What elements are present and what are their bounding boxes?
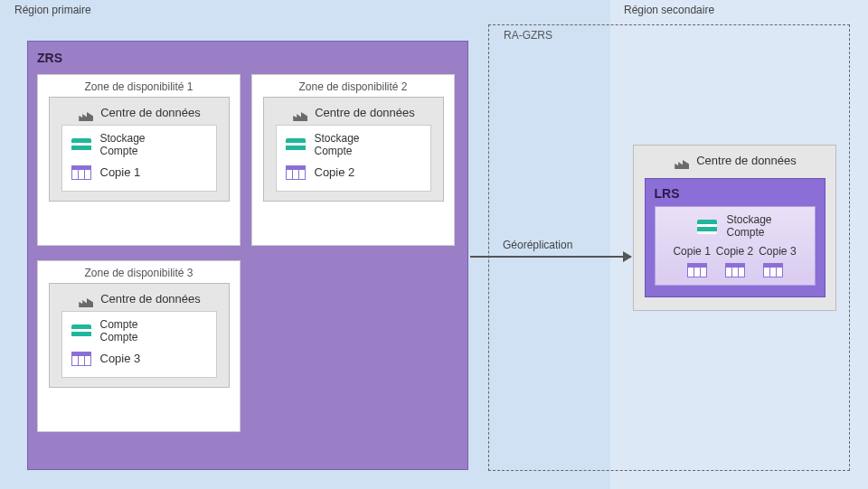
storage-account-icon [71, 138, 91, 153]
lrs-inner: Stockage Compte Copie 1 Copie 2 Copie 3 [655, 206, 816, 286]
secondary-dc-label: Centre de données [696, 154, 797, 167]
az2-datacenter: Centre de données Stockage Compte Copie … [263, 97, 444, 202]
copy-icon [71, 352, 91, 366]
az3-datacenter: Centre de données Compte Compte Copie 3 [49, 283, 230, 388]
az1-account-text: Stockage Compte [100, 133, 146, 158]
secondary-copies-labels: Copie 1 Copie 2 Copie 3 [673, 245, 796, 258]
az3-copy: Copie 3 [100, 352, 141, 365]
az2-dc-header: Centre de données [291, 103, 415, 121]
az2-storage: Stockage Compte Copie 2 [276, 125, 431, 192]
secondary-copy-2: Copie 2 [716, 245, 753, 258]
az2-account-text: Stockage Compte [315, 133, 360, 158]
lrs-container: LRS Stockage Compte Copie 1 Copie 2 Copi… [645, 178, 826, 297]
georeplication-arrow [470, 256, 631, 258]
availability-zone-1: Zone de disponibilité 1 Centre de donnée… [37, 74, 241, 246]
secondary-copy-3: Copie 3 [759, 245, 796, 258]
secondary-copy-1: Copie 1 [673, 245, 710, 258]
georeplication-label: Géoréplication [503, 239, 572, 251]
secondary-region-label: Région secondaire [624, 4, 714, 16]
availability-zone-2: Zone de disponibilité 2 Centre de donnée… [251, 74, 455, 246]
az1-storage: Stockage Compte Copie 1 [61, 125, 217, 192]
availability-zone-3: Zone de disponibilité 3 Centre de donnée… [37, 260, 241, 432]
ragzrs-label: RA-GZRS [504, 29, 552, 42]
az1-line1: Stockage [100, 133, 146, 146]
az3-account-row: Compte Compte [71, 319, 207, 344]
primary-region-label: Région primaire [14, 4, 91, 16]
storage-account-icon [286, 138, 306, 153]
az2-copy-row: Copie 2 [286, 165, 421, 180]
zrs-container: ZRS Zone de disponibilité 1 Centre de do… [27, 41, 468, 470]
datacenter-icon [77, 103, 95, 121]
az2-copy: Copie 2 [315, 165, 355, 179]
az2-account-row: Stockage Compte [286, 133, 421, 158]
az3-copy-row: Copie 3 [71, 352, 207, 366]
copy-icon [286, 165, 306, 180]
az1-datacenter: Centre de données Stockage Compte Copie … [49, 97, 230, 202]
copy-icon [763, 263, 783, 277]
datacenter-icon [77, 289, 95, 307]
secondary-copies-icons [687, 263, 783, 277]
secondary-line1: Stockage [726, 214, 771, 227]
az1-account-row: Stockage Compte [71, 133, 207, 158]
secondary-account-text: Stockage Compte [726, 214, 771, 240]
copy-icon [687, 263, 707, 277]
az3-account-text: Compte Compte [100, 319, 138, 344]
az2-line2: Compte [315, 146, 360, 158]
az2-line1: Stockage [315, 133, 360, 146]
secondary-dc-header: Centre de données [673, 151, 797, 169]
az3-line1: Compte [100, 319, 138, 332]
az3-line2: Compte [100, 332, 138, 344]
az1-dc-header: Centre de données [77, 103, 201, 121]
datacenter-icon [673, 151, 691, 169]
secondary-account-row: Stockage Compte [697, 214, 771, 240]
copy-icon [71, 165, 91, 180]
az3-dc-header: Centre de données [77, 289, 201, 307]
copy-icon [725, 263, 745, 277]
az3-storage: Compte Compte Copie 3 [61, 311, 217, 378]
lrs-title: LRS [655, 186, 816, 201]
az1-title: Zone de disponibilité 1 [84, 75, 193, 97]
az2-title: Zone de disponibilité 2 [298, 75, 407, 97]
zrs-title: ZRS [37, 51, 458, 65]
az3-dc-label: Centre de données [100, 292, 201, 306]
secondary-line2: Compte [726, 227, 771, 240]
az1-line2: Compte [100, 146, 146, 158]
storage-account-icon [71, 324, 91, 339]
az2-dc-label: Centre de données [315, 106, 415, 119]
az1-dc-label: Centre de données [100, 106, 201, 119]
az1-copy: Copie 1 [100, 165, 141, 179]
storage-account-icon [697, 220, 717, 234]
az-row-top: Zone de disponibilité 1 Centre de donnée… [37, 74, 458, 246]
az1-copy-row: Copie 1 [71, 165, 207, 180]
secondary-datacenter: Centre de données LRS Stockage Compte Co… [633, 145, 836, 311]
az3-title: Zone de disponibilité 3 [84, 261, 193, 283]
datacenter-icon [291, 103, 309, 121]
